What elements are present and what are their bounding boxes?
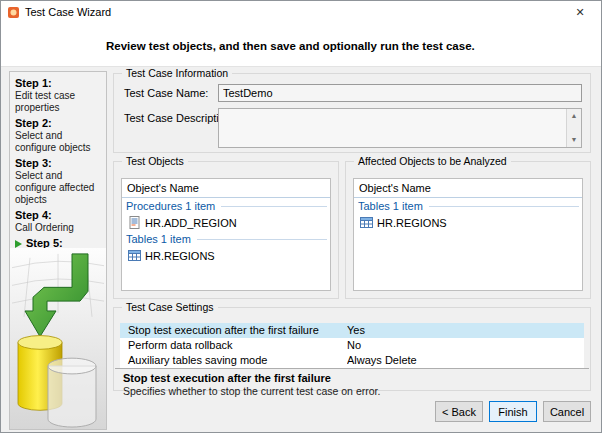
finish-button[interactable]: Finish bbox=[489, 401, 537, 422]
step-label: Step 5: bbox=[26, 237, 103, 248]
step-description: Select and configure affected objects bbox=[15, 170, 103, 206]
setting-detail-pane: Stop test execution after the first fail… bbox=[115, 368, 589, 389]
group-row-rule bbox=[221, 206, 327, 207]
title-bar: Test Case Wizard ✕ bbox=[1, 1, 601, 23]
object-name: HR.ADD_REGION bbox=[145, 217, 237, 229]
sidebar-step-5-active: Step 5: Finalize test case bbox=[15, 237, 103, 248]
table-icon bbox=[360, 216, 373, 229]
sidebar-step-3: Step 3: Select and configure affected ob… bbox=[15, 157, 103, 206]
affected-objects-list: Object's Name Tables 1 item bbox=[353, 178, 583, 291]
step-description: Edit test case properties bbox=[15, 90, 103, 114]
test-case-description-input[interactable] bbox=[219, 109, 566, 147]
setting-detail-title: Stop test execution after the first fail… bbox=[123, 372, 581, 385]
settings-table: Stop test execution after the first fail… bbox=[120, 323, 584, 368]
steps-list: Step 1: Edit test case properties Step 2… bbox=[10, 72, 106, 248]
objects-name-column-header[interactable]: Object's Name bbox=[122, 179, 330, 198]
step-label: Step 4: bbox=[15, 209, 103, 222]
procedure-icon bbox=[128, 216, 141, 229]
tables-group-row[interactable]: Tables 1 item bbox=[354, 198, 582, 214]
objects-name-column-header[interactable]: Object's Name bbox=[354, 179, 582, 198]
description-scrollbar[interactable]: ▲ ▼ bbox=[566, 109, 581, 147]
table-icon bbox=[128, 249, 141, 262]
step-label: Step 3: bbox=[15, 157, 103, 170]
settings-row[interactable]: Auxiliary tables saving mode Always Dele… bbox=[120, 353, 584, 368]
group-row-label: Procedures 1 item bbox=[126, 200, 215, 212]
group-title: Test Objects bbox=[122, 155, 188, 167]
setting-value: Always Delete bbox=[347, 353, 584, 368]
group-row-rule bbox=[197, 239, 327, 240]
test-case-wizard-dialog: Test Case Wizard ✕ Review test objects, … bbox=[0, 0, 602, 433]
wizard-body: Step 1: Edit test case properties Step 2… bbox=[1, 67, 601, 432]
step-description: Call Ordering bbox=[15, 222, 103, 234]
list-item[interactable]: HR.ADD_REGION bbox=[122, 214, 330, 231]
setting-value: No bbox=[347, 338, 584, 353]
procedures-group-row[interactable]: Procedures 1 item bbox=[122, 198, 330, 214]
close-icon[interactable]: ✕ bbox=[571, 4, 589, 20]
cancel-button[interactable]: Cancel bbox=[543, 401, 591, 422]
group-title: Affected Objects to be Analyzed bbox=[354, 155, 511, 167]
setting-detail-description: Specifies whether to stop the current te… bbox=[123, 385, 581, 397]
list-item[interactable]: HR.REGIONS bbox=[122, 247, 330, 264]
test-case-information-group: Test Case Information Test Case Name: Te… bbox=[113, 73, 591, 153]
wizard-header: Review test objects, and then save and o… bbox=[1, 23, 601, 67]
group-row-rule bbox=[429, 206, 579, 207]
wizard-steps-sidebar: Step 1: Edit test case properties Step 2… bbox=[9, 71, 107, 430]
tables-group-row[interactable]: Tables 1 item bbox=[122, 231, 330, 247]
object-name: HR.REGIONS bbox=[377, 217, 447, 229]
group-row-label: Tables 1 item bbox=[126, 233, 191, 245]
setting-value: Yes bbox=[347, 323, 584, 338]
footer-buttons: < Back Finish Cancel bbox=[435, 401, 591, 422]
group-row-label: Tables 1 item bbox=[358, 200, 423, 212]
test-case-settings-group: Test Case Settings Stop test execution a… bbox=[113, 307, 591, 391]
scroll-up-icon[interactable]: ▲ bbox=[567, 110, 581, 122]
sidebar-step-2: Step 2: Select and configure objects bbox=[15, 117, 103, 154]
test-objects-group: Test Objects Object's Name Procedures 1 … bbox=[113, 161, 339, 299]
setting-name: Perform data rollback bbox=[120, 338, 347, 353]
group-title: Test Case Settings bbox=[122, 301, 218, 313]
window-title: Test Case Wizard bbox=[25, 6, 111, 18]
object-name: HR.REGIONS bbox=[145, 250, 215, 262]
test-objects-list: Object's Name Procedures 1 item bbox=[121, 178, 331, 291]
step-description: Select and configure objects bbox=[15, 130, 103, 154]
scroll-down-icon[interactable]: ▼ bbox=[567, 134, 581, 146]
step-label: Step 2: bbox=[15, 117, 103, 130]
setting-name: Auxiliary tables saving mode bbox=[120, 353, 347, 368]
test-case-name-input[interactable] bbox=[218, 84, 582, 102]
test-case-name-label: Test Case Name: bbox=[124, 87, 208, 99]
sidebar-step-4: Step 4: Call Ordering bbox=[15, 209, 103, 234]
sidebar-step-1: Step 1: Edit test case properties bbox=[15, 77, 103, 114]
step-label: Step 1: bbox=[15, 77, 103, 90]
back-button[interactable]: < Back bbox=[435, 401, 483, 422]
list-item[interactable]: HR.REGIONS bbox=[354, 214, 582, 231]
group-title: Test Case Information bbox=[122, 67, 232, 79]
app-icon bbox=[7, 6, 20, 19]
settings-row[interactable]: Perform data rollback No bbox=[120, 338, 584, 353]
wizard-header-title: Review test objects, and then save and o… bbox=[106, 40, 475, 52]
wizard-illustration bbox=[10, 248, 106, 429]
settings-row-selected[interactable]: Stop test execution after the first fail… bbox=[120, 323, 584, 338]
test-case-description-field[interactable]: ▲ ▼ bbox=[218, 108, 582, 148]
affected-objects-group: Affected Objects to be Analyzed Object's… bbox=[345, 161, 591, 299]
active-step-arrow-icon bbox=[15, 240, 22, 248]
setting-name: Stop test execution after the first fail… bbox=[120, 323, 347, 338]
